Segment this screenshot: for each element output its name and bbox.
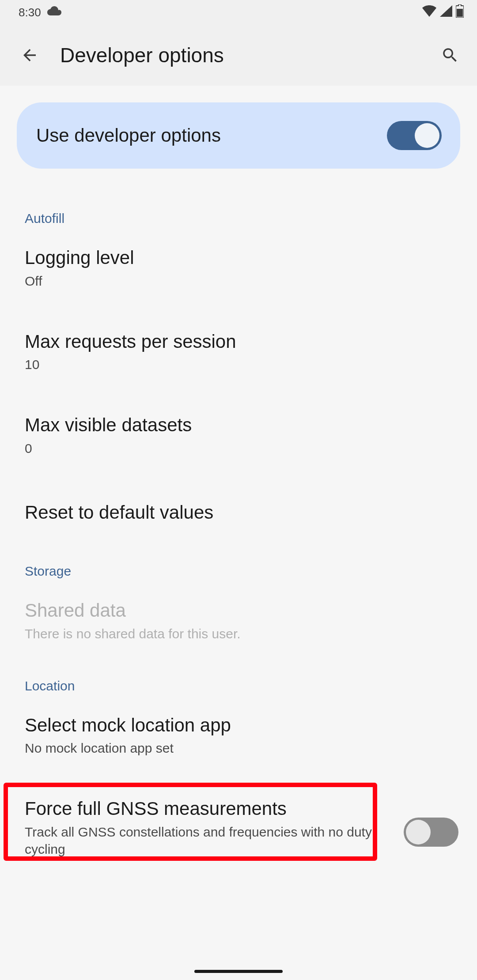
status-right <box>422 4 464 21</box>
gnss-toggle-switch[interactable] <box>404 818 458 847</box>
nav-handle[interactable] <box>194 970 283 973</box>
setting-mock-location[interactable]: Select mock location app No mock locatio… <box>0 694 477 777</box>
setting-subtitle: 10 <box>25 356 452 373</box>
setting-max-requests[interactable]: Max requests per session 10 <box>0 310 477 394</box>
wifi-icon <box>422 5 436 20</box>
setting-title: Select mock location app <box>25 714 452 737</box>
navigation-bar <box>0 962 477 980</box>
settings-content[interactable]: Use developer options Autofill Logging l… <box>0 86 477 980</box>
master-toggle-switch[interactable] <box>387 121 442 150</box>
switch-thumb <box>415 123 439 148</box>
section-header-autofill: Autofill <box>0 169 477 226</box>
svg-rect-0 <box>457 9 463 17</box>
signal-icon <box>440 5 452 20</box>
status-left: 8:30 <box>19 6 61 19</box>
arrow-back-icon <box>20 46 39 64</box>
setting-subtitle: There is no shared data for this user. <box>25 625 452 642</box>
setting-reset-defaults[interactable]: Reset to default values <box>0 477 477 548</box>
status-time: 8:30 <box>19 6 41 19</box>
setting-force-gnss[interactable]: Force full GNSS measurements Track all G… <box>0 777 477 878</box>
search-button[interactable] <box>436 41 464 69</box>
section-header-location: Location <box>0 663 477 694</box>
section-header-storage: Storage <box>0 548 477 579</box>
setting-subtitle: Track all GNSS constellations and freque… <box>25 823 393 858</box>
search-icon <box>441 46 459 64</box>
cloud-icon <box>47 6 61 19</box>
setting-title: Max requests per session <box>25 330 452 354</box>
setting-title: Shared data <box>25 599 452 622</box>
back-button[interactable] <box>16 41 43 69</box>
switch-thumb <box>406 820 431 844</box>
setting-subtitle: Off <box>25 272 452 290</box>
setting-shared-data: Shared data There is no shared data for … <box>0 579 477 663</box>
setting-title: Force full GNSS measurements <box>25 797 393 821</box>
master-toggle-label: Use developer options <box>36 125 221 146</box>
setting-title: Max visible datasets <box>25 414 452 437</box>
setting-subtitle: No mock location app set <box>25 739 452 757</box>
setting-title: Reset to default values <box>25 501 452 524</box>
page-title: Developer options <box>60 43 436 67</box>
status-bar: 8:30 <box>0 0 477 25</box>
app-bar: Developer options <box>0 25 477 86</box>
setting-logging-level[interactable]: Logging level Off <box>0 226 477 310</box>
battery-icon <box>456 4 464 21</box>
master-toggle-row[interactable]: Use developer options <box>17 102 460 169</box>
setting-subtitle: 0 <box>25 440 452 457</box>
setting-title: Logging level <box>25 246 452 270</box>
setting-max-datasets[interactable]: Max visible datasets 0 <box>0 393 477 477</box>
